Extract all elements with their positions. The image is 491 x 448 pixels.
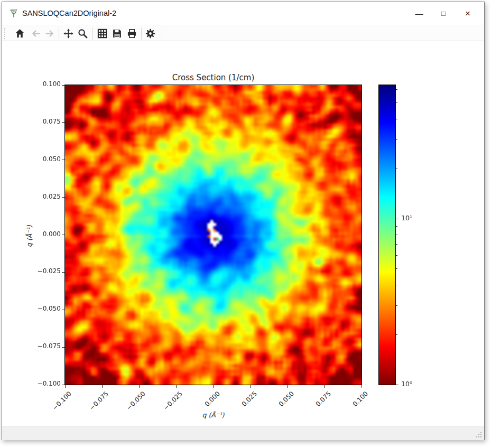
toolbar-separator xyxy=(141,27,142,40)
y-tick-label: 0.075 xyxy=(28,118,61,125)
toolbar-button-forward[interactable] xyxy=(42,26,57,41)
x-tick-label: 0.050 xyxy=(277,390,295,408)
toolbar-button-home[interactable] xyxy=(12,26,27,41)
y-tick-mark xyxy=(62,347,64,348)
y-tick-mark xyxy=(62,85,64,86)
y-tick-mark xyxy=(62,122,64,123)
grid-icon xyxy=(97,29,107,39)
colorbar-minor-tick xyxy=(396,226,397,227)
gear-icon xyxy=(145,29,155,39)
arrow-left-icon xyxy=(31,29,41,39)
colorbar-minor-tick xyxy=(396,305,397,306)
y-tick-label: 0.100 xyxy=(28,80,61,88)
colorbar-major-tick xyxy=(396,385,399,385)
x-tick-label: 0.075 xyxy=(314,390,332,408)
y-tick-label: −0.075 xyxy=(28,342,61,350)
toolbar-separator xyxy=(59,27,59,40)
magnifier-icon xyxy=(78,29,88,39)
x-tick-mark xyxy=(362,385,362,388)
y-tick-label: 0.050 xyxy=(28,155,61,163)
x-tick-label: 0.025 xyxy=(240,390,258,408)
x-tick-mark xyxy=(324,385,325,388)
x-tick-mark xyxy=(176,385,177,388)
maximize-button[interactable]: □ xyxy=(433,2,453,25)
titlebar[interactable]: SANSLOQCan2DOriginal-2 — □ × xyxy=(2,2,484,25)
y-tick-label: −0.050 xyxy=(28,305,61,312)
x-tick-label: −0.025 xyxy=(162,390,184,412)
toolbar-button-print[interactable] xyxy=(124,26,139,41)
page-title: Cross Section (1/cm) xyxy=(65,73,362,82)
figure-canvas: Cross Section (1/cm) q (Å⁻¹) q (Å⁻¹) 0.1… xyxy=(2,42,484,426)
status-bar xyxy=(2,426,484,440)
colorbar-minor-tick xyxy=(396,285,397,285)
y-tick-label: −0.025 xyxy=(28,267,61,275)
colorbar-minor-tick xyxy=(396,255,397,256)
x-tick-mark xyxy=(287,385,288,388)
colorbar-minor-tick xyxy=(396,268,397,269)
x-tick-label: −0.050 xyxy=(125,390,147,412)
x-tick-mark xyxy=(65,385,66,388)
colorbar-minor-tick xyxy=(396,244,397,245)
pan-arrows-icon xyxy=(63,29,73,39)
x-tick-label: 0.000 xyxy=(203,390,221,408)
toolbar-button-pan[interactable] xyxy=(61,26,76,41)
y-tick-mark xyxy=(62,235,64,235)
floppy-disk-icon xyxy=(112,29,122,39)
y-tick-label: 0.000 xyxy=(28,230,61,238)
close-button[interactable]: × xyxy=(458,2,478,25)
colorbar xyxy=(379,85,395,385)
colorbar-minor-tick xyxy=(396,102,397,103)
toolbar-separator xyxy=(162,27,162,40)
colorbar-minor-tick xyxy=(396,235,397,235)
y-tick-label: −0.100 xyxy=(28,380,61,387)
resize-grip-icon[interactable] xyxy=(476,432,483,438)
x-tick-label: −0.100 xyxy=(51,390,73,412)
toolbar-button-settings[interactable] xyxy=(143,26,158,41)
arrow-right-icon xyxy=(45,29,55,39)
y-tick-mark xyxy=(62,197,64,198)
plot-window: SANSLOQCan2DOriginal-2 — □ × xyxy=(2,2,485,440)
y-tick-mark xyxy=(62,310,64,310)
x-tick-mark xyxy=(250,385,251,388)
toolbar-drag-handle[interactable] xyxy=(4,28,6,39)
colorbar-minor-tick xyxy=(396,119,397,119)
x-axis-label: q (Å⁻¹) xyxy=(65,411,362,419)
toolbar-button-zoom[interactable] xyxy=(75,26,90,41)
colorbar-tick-label: 10¹ xyxy=(401,214,412,222)
heatmap-plot[interactable] xyxy=(65,85,362,385)
window-title: SANSLOQCan2DOriginal-2 xyxy=(22,9,116,17)
y-tick-mark xyxy=(62,160,64,160)
x-tick-label: 0.100 xyxy=(351,390,369,408)
colorbar-major-tick xyxy=(396,219,399,219)
y-tick-mark xyxy=(62,385,64,385)
colorbar-minor-tick xyxy=(396,89,397,90)
x-tick-label: −0.075 xyxy=(88,390,110,412)
colorbar-tick-label: 10⁰ xyxy=(401,380,412,388)
colorbar-minor-tick xyxy=(396,334,397,335)
x-tick-mark xyxy=(102,385,103,388)
y-tick-label: 0.025 xyxy=(28,193,61,200)
app-icon xyxy=(8,8,19,18)
minimize-button[interactable]: — xyxy=(409,2,429,25)
toolbar-button-subplots[interactable] xyxy=(95,26,109,41)
home-icon xyxy=(15,29,25,39)
toolbar-button-back[interactable] xyxy=(28,26,43,41)
toolbar-button-save[interactable] xyxy=(109,26,124,41)
printer-icon xyxy=(127,29,137,39)
navigation-toolbar xyxy=(2,26,484,41)
x-tick-mark xyxy=(139,385,140,388)
toolbar-separator xyxy=(92,27,93,40)
y-tick-mark xyxy=(62,272,64,273)
colorbar-minor-tick xyxy=(396,139,397,140)
colorbar-minor-tick xyxy=(396,169,397,169)
x-tick-mark xyxy=(213,385,214,388)
